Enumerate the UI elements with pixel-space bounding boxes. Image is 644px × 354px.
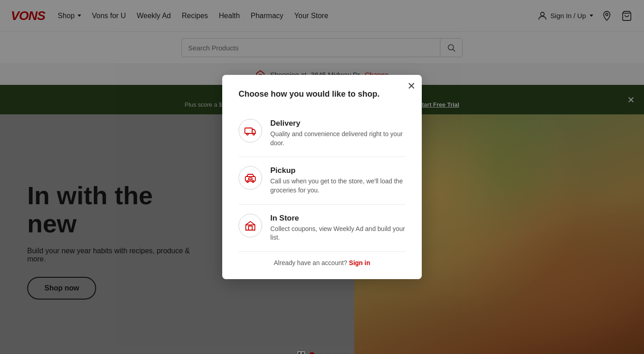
- in-store-icon-wrap: [239, 214, 262, 237]
- svg-point-9: [247, 133, 249, 135]
- store-building-icon: [244, 219, 257, 232]
- in-store-text: In Store Collect coupons, view Weekly Ad…: [270, 214, 405, 242]
- pickup-title: Pickup: [270, 166, 405, 175]
- delivery-text: Delivery Quality and convenience deliver…: [270, 119, 405, 148]
- delivery-option[interactable]: Delivery Quality and convenience deliver…: [239, 110, 405, 157]
- modal-title: Choose how you would like to shop.: [239, 89, 405, 99]
- modal-sign-in-link[interactable]: Sign in: [349, 259, 371, 266]
- pickup-car-icon: [244, 172, 257, 184]
- svg-point-13: [252, 181, 254, 182]
- pickup-desc: Call us when you get to the store, we'll…: [270, 177, 405, 195]
- in-store-title: In Store: [270, 214, 405, 223]
- modal-footer: Already have an account? Sign in: [239, 252, 405, 266]
- svg-rect-14: [249, 178, 252, 180]
- svg-point-10: [253, 133, 255, 135]
- modal-footer-text: Already have an account?: [274, 259, 347, 266]
- pickup-option[interactable]: Pickup Call us when you get to the store…: [239, 157, 405, 204]
- svg-rect-8: [245, 128, 252, 133]
- in-store-desc: Collect coupons, view Weekly Ad and buil…: [270, 225, 405, 242]
- svg-point-12: [247, 181, 249, 182]
- delivery-title: Delivery: [270, 119, 405, 128]
- svg-rect-11: [245, 177, 255, 181]
- pickup-text: Pickup Call us when you get to the store…: [270, 166, 405, 195]
- svg-rect-15: [249, 226, 252, 230]
- shopping-mode-modal: ✕ Choose how you would like to shop. Del…: [222, 75, 422, 279]
- delivery-truck-icon: [244, 124, 257, 137]
- pickup-icon-wrap: [239, 166, 262, 190]
- modal-overlay[interactable]: ✕ Choose how you would like to shop. Del…: [0, 0, 644, 354]
- delivery-icon-wrap: [239, 119, 262, 143]
- in-store-option[interactable]: In Store Collect coupons, view Weekly Ad…: [239, 205, 405, 252]
- modal-close-button[interactable]: ✕: [407, 81, 415, 91]
- delivery-desc: Quality and convenience delivered right …: [270, 130, 405, 148]
